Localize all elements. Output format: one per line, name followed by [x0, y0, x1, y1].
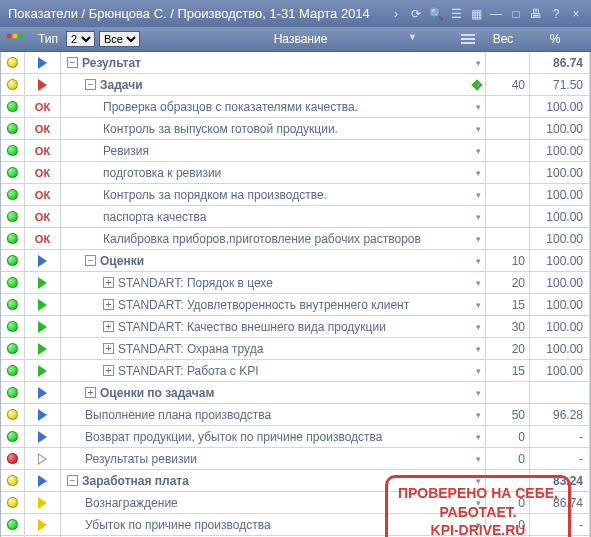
row-dropdown-icon[interactable]: ▾: [476, 498, 481, 508]
name-cell[interactable]: +Оценки по задачам▾: [61, 382, 486, 403]
table-row[interactable]: ОКпаспорта качества▾100.00: [1, 206, 590, 228]
name-cell[interactable]: Выполнение плана производства▾: [61, 404, 486, 425]
type-header[interactable]: Тип: [30, 32, 66, 46]
row-dropdown-icon[interactable]: ▾: [476, 124, 481, 134]
grid-icon[interactable]: ▦: [469, 7, 483, 21]
name-cell[interactable]: Контроль за порядком на производстве.▾: [61, 184, 486, 205]
name-cell[interactable]: +STANDART: Работа с KPI▾: [61, 360, 486, 381]
name-cell[interactable]: +STANDART: Качество внешнего вида продук…: [61, 316, 486, 337]
help-icon[interactable]: ?: [549, 7, 563, 21]
tree-toggle[interactable]: +: [103, 321, 114, 332]
row-name: Результаты ревизии: [85, 452, 481, 466]
tree-toggle[interactable]: +: [103, 299, 114, 310]
weight-cell: [486, 470, 530, 491]
name-cell[interactable]: Проверка образцов с показателями качеств…: [61, 96, 486, 117]
table-row[interactable]: ОККалибровка приборов,приготовление рабо…: [1, 228, 590, 250]
name-cell[interactable]: −Задачи▾: [61, 74, 486, 95]
tree-toggle[interactable]: +: [103, 343, 114, 354]
svg-point-1: [13, 33, 18, 38]
table-row[interactable]: +STANDART: Удовлетворенность внутреннего…: [1, 294, 590, 316]
maximize-icon[interactable]: □: [509, 7, 523, 21]
row-dropdown-icon[interactable]: ▾: [476, 190, 481, 200]
row-dropdown-icon[interactable]: ▾: [476, 322, 481, 332]
table-row[interactable]: +STANDART: Качество внешнего вида продук…: [1, 316, 590, 338]
tree-toggle[interactable]: +: [85, 387, 96, 398]
name-cell[interactable]: Контроль за выпуском готовой продукции.▾: [61, 118, 486, 139]
tree-toggle[interactable]: −: [85, 79, 96, 90]
name-cell[interactable]: Убыток по причине производства▾: [61, 514, 486, 535]
name-cell[interactable]: +STANDART: Удовлетворенность внутреннего…: [61, 294, 486, 315]
row-dropdown-icon[interactable]: ▾: [476, 212, 481, 222]
minimize-icon[interactable]: —: [489, 7, 503, 21]
table-row[interactable]: +STANDART: Порядок в цехе▾20100.00: [1, 272, 590, 294]
table-row[interactable]: −Результат▾86.74: [1, 52, 590, 74]
table-row[interactable]: Выполнение плана производства▾5096.28: [1, 404, 590, 426]
name-cell[interactable]: Возврат продукции, убыток по причине про…: [61, 426, 486, 447]
table-row[interactable]: +STANDART: Охрана труда▾20100.00: [1, 338, 590, 360]
row-dropdown-icon[interactable]: ▾: [476, 388, 481, 398]
row-dropdown-icon[interactable]: ▾: [476, 454, 481, 464]
tree-toggle[interactable]: +: [103, 365, 114, 376]
row-dropdown-icon[interactable]: ▾: [476, 102, 481, 112]
table-row[interactable]: ОКподготовка к ревизии▾100.00: [1, 162, 590, 184]
name-cell[interactable]: паспорта качества▾: [61, 206, 486, 227]
name-cell[interactable]: −Оценки▾: [61, 250, 486, 271]
row-dropdown-icon[interactable]: ▾: [476, 80, 481, 90]
table-row[interactable]: +STANDART: Работа с KPI▾15100.00: [1, 360, 590, 382]
menu-icon[interactable]: [461, 34, 475, 44]
name-cell[interactable]: +STANDART: Порядок в цехе▾: [61, 272, 486, 293]
name-cell[interactable]: −Результат▾: [61, 52, 486, 73]
table-row[interactable]: ОКРевизия▾100.00: [1, 140, 590, 162]
search-icon[interactable]: 🔍: [429, 7, 443, 21]
row-dropdown-icon[interactable]: ▾: [476, 410, 481, 420]
row-dropdown-icon[interactable]: ▾: [476, 146, 481, 156]
table-row[interactable]: Убыток по причине производства▾0-: [1, 514, 590, 536]
tree-toggle[interactable]: −: [67, 475, 78, 486]
row-dropdown-icon[interactable]: ▾: [476, 344, 481, 354]
table-row[interactable]: +Оценки по задачам▾: [1, 382, 590, 404]
tree-toggle[interactable]: −: [85, 255, 96, 266]
tree-toggle[interactable]: +: [103, 277, 114, 288]
refresh-icon[interactable]: ⟳: [409, 7, 423, 21]
row-dropdown-icon[interactable]: ▾: [476, 432, 481, 442]
name-cell[interactable]: Вознаграждение▾: [61, 492, 486, 513]
status-light-green: [7, 387, 18, 398]
name-cell[interactable]: Ревизия▾: [61, 140, 486, 161]
row-dropdown-icon[interactable]: ▾: [476, 234, 481, 244]
name-cell[interactable]: Результаты ревизии▾: [61, 448, 486, 469]
list-icon[interactable]: ☰: [449, 7, 463, 21]
name-cell[interactable]: +STANDART: Охрана труда▾: [61, 338, 486, 359]
row-dropdown-icon[interactable]: ▾: [476, 366, 481, 376]
sort-arrow-icon[interactable]: ▼: [408, 32, 417, 42]
back-icon[interactable]: ›: [389, 7, 403, 21]
table-row[interactable]: −Заработная плата▾83.24: [1, 470, 590, 492]
table-row[interactable]: ОКПроверка образцов с показателями качес…: [1, 96, 590, 118]
percent-header[interactable]: %: [525, 32, 585, 46]
row-dropdown-icon[interactable]: ▾: [476, 476, 481, 486]
table-row[interactable]: −Задачи▾4071.50: [1, 74, 590, 96]
row-dropdown-icon[interactable]: ▾: [476, 168, 481, 178]
print-icon[interactable]: 🖶: [529, 7, 543, 21]
tree-toggle[interactable]: −: [67, 57, 78, 68]
status-light-green: [7, 365, 18, 376]
name-cell[interactable]: −Заработная плата▾: [61, 470, 486, 491]
name-cell[interactable]: Калибровка приборов,приготовление рабочи…: [61, 228, 486, 249]
weight-header[interactable]: Вес: [481, 32, 525, 46]
row-dropdown-icon[interactable]: ▾: [476, 278, 481, 288]
name-header[interactable]: Название: [274, 32, 328, 46]
close-icon[interactable]: ×: [569, 7, 583, 21]
row-dropdown-icon[interactable]: ▾: [476, 520, 481, 530]
table-row[interactable]: Вознаграждение▾086.74: [1, 492, 590, 514]
filter-select[interactable]: Все: [99, 31, 140, 47]
table-row[interactable]: −Оценки▾10100.00: [1, 250, 590, 272]
row-dropdown-icon[interactable]: ▾: [476, 58, 481, 68]
type-cell: [25, 492, 61, 513]
table-row[interactable]: Возврат продукции, убыток по причине про…: [1, 426, 590, 448]
row-dropdown-icon[interactable]: ▾: [476, 300, 481, 310]
table-row[interactable]: Результаты ревизии▾0-: [1, 448, 590, 470]
row-dropdown-icon[interactable]: ▾: [476, 256, 481, 266]
table-row[interactable]: ОККонтроль за порядком на производстве.▾…: [1, 184, 590, 206]
table-row[interactable]: ОККонтроль за выпуском готовой продукции…: [1, 118, 590, 140]
level-select[interactable]: 123: [66, 31, 95, 47]
name-cell[interactable]: подготовка к ревизии▾: [61, 162, 486, 183]
